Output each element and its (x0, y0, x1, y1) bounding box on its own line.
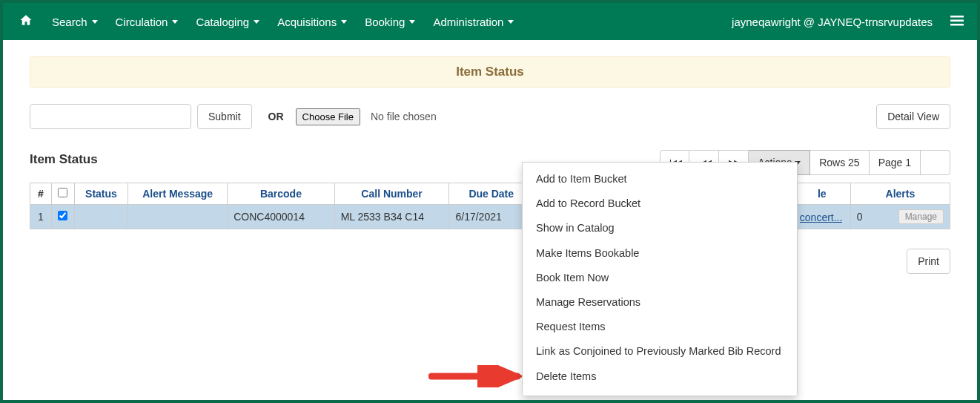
page-label: Page 1 (878, 157, 911, 168)
cell-alerts: 0 Manage (850, 205, 950, 229)
nav-label: Acquisitions (277, 16, 337, 28)
nav-cataloging[interactable]: Cataloging (187, 3, 268, 40)
action-manage-reservations[interactable]: Manage Reservations (523, 290, 797, 315)
action-check-in[interactable]: Check In Items (523, 389, 797, 396)
table-row[interactable]: 1 CONC4000014 ML 2533 B34 C14 6/17/2021 … (30, 205, 950, 229)
cell-call-number: ML 2533 B34 C14 (334, 205, 449, 229)
caret-down-icon (508, 20, 514, 24)
col-title[interactable]: le (793, 183, 850, 205)
rows-button[interactable]: Rows 25 (810, 150, 869, 175)
action-add-item-bucket[interactable]: Add to Item Bucket (523, 167, 797, 191)
nav-acquisitions[interactable]: Acquisitions (268, 3, 356, 40)
actions-dropdown: Add to Item Bucket Add to Record Bucket … (522, 162, 798, 396)
svg-rect-0 (950, 16, 964, 18)
submit-button[interactable]: Submit (197, 104, 252, 129)
detail-view-button[interactable]: Detail View (876, 104, 950, 129)
search-row: Submit OR Choose File No file chosen Det… (30, 104, 950, 129)
cell-due-date: 6/17/2021 (449, 205, 534, 229)
action-make-bookable[interactable]: Make Items Bookable (523, 241, 797, 266)
svg-rect-2 (950, 24, 964, 26)
section-title: Item Status (30, 152, 98, 167)
col-barcode[interactable]: Barcode (228, 183, 334, 205)
file-status: No file chosen (371, 111, 437, 122)
page-banner: Item Status (30, 56, 950, 88)
nav-label: Search (52, 16, 87, 28)
hamburger-icon[interactable] (943, 14, 971, 30)
print-button[interactable]: Print (907, 249, 950, 274)
nav-label: Cataloging (196, 16, 249, 28)
col-alert-message[interactable]: Alert Message (128, 183, 228, 205)
action-link-conjoined[interactable]: Link as Conjoined to Previously Marked B… (523, 339, 797, 364)
caret-down-icon (92, 20, 98, 24)
action-delete-items[interactable]: Delete Items (523, 364, 797, 389)
barcode-input[interactable] (30, 104, 191, 129)
col-due-date[interactable]: Due Date (449, 183, 534, 205)
col-call-number[interactable]: Call Number (334, 183, 449, 205)
items-table: # Status Alert Message Barcode Call Numb… (30, 183, 950, 229)
col-status[interactable]: Status (74, 183, 128, 205)
choose-file-button[interactable]: Choose File (296, 108, 360, 125)
row-checkbox[interactable] (58, 211, 67, 220)
action-book-now[interactable]: Book Item Now (523, 266, 797, 290)
cell-checkbox (51, 205, 74, 229)
alerts-count: 0 (857, 211, 863, 223)
nav-label: Administration (433, 16, 503, 28)
cell-alert-message (128, 205, 228, 229)
cell-status (74, 205, 128, 229)
cell-rownum: 1 (30, 205, 52, 229)
title-link[interactable]: concert... (800, 212, 843, 223)
action-show-catalog[interactable]: Show in Catalog (523, 216, 797, 240)
action-add-record-bucket[interactable]: Add to Record Bucket (523, 191, 797, 216)
top-navbar: Search Circulation Cataloging Acquisitio… (3, 3, 977, 40)
col-alerts[interactable]: Alerts (850, 183, 950, 205)
caret-down-icon (409, 20, 415, 24)
manage-alerts-button[interactable]: Manage (898, 209, 944, 224)
rows-label: Rows 25 (819, 157, 859, 168)
caret-down-icon (172, 20, 178, 24)
nav-search[interactable]: Search (43, 3, 107, 40)
nav-label: Circulation (116, 16, 168, 28)
col-rownum[interactable]: # (30, 183, 52, 205)
svg-rect-1 (950, 19, 964, 22)
user-label[interactable]: jayneqawright @ JAYNEQ-trnsrvupdates (721, 16, 943, 28)
cell-barcode: CONC4000014 (228, 205, 334, 229)
or-label: OR (268, 111, 284, 122)
nav-label: Booking (365, 16, 405, 28)
col-select-all[interactable] (51, 183, 74, 205)
caret-down-icon (254, 20, 259, 24)
select-all-checkbox[interactable] (58, 188, 67, 197)
nav-booking[interactable]: Booking (356, 3, 424, 40)
page-button[interactable]: Page 1 (870, 150, 921, 175)
home-icon[interactable] (9, 13, 43, 30)
nav-administration[interactable]: Administration (424, 3, 523, 40)
action-request-items[interactable]: Request Items (523, 315, 797, 339)
column-picker-button[interactable] (921, 150, 950, 175)
annotation-arrow-icon (428, 365, 532, 387)
nav-circulation[interactable]: Circulation (107, 3, 188, 40)
caret-down-icon (341, 20, 347, 24)
cell-title: concert... (793, 205, 850, 229)
